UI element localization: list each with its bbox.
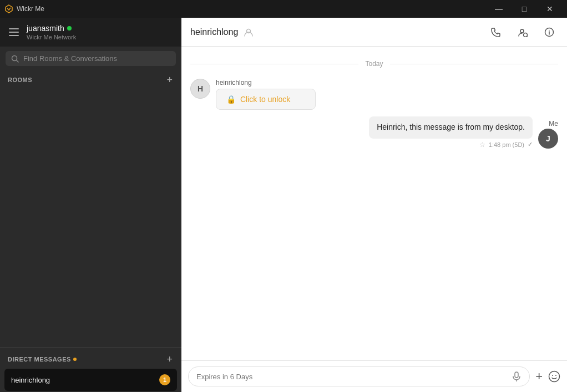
maximize-button[interactable]: □ bbox=[512, 0, 537, 18]
message-bubble-me: Heinrich, this message is from my deskto… bbox=[369, 116, 533, 139]
check-icon: ✓ bbox=[528, 141, 533, 148]
dm-item-name: heinrichlong bbox=[11, 376, 50, 384]
sidebar-header: juanasmith Wickr Me Network bbox=[0, 18, 181, 47]
divider-line-left bbox=[190, 64, 358, 64]
sender-avatar-h: H bbox=[190, 79, 210, 99]
lock-icon: 🔒 bbox=[226, 95, 236, 104]
hamburger-line-3 bbox=[9, 35, 19, 36]
user-status-icon bbox=[244, 27, 254, 37]
message-content-me: Heinrich, this message is from my deskto… bbox=[369, 116, 533, 149]
online-status-dot bbox=[67, 26, 72, 30]
star-icon: ☆ bbox=[479, 141, 485, 149]
network-name: Wickr Me Network bbox=[27, 34, 174, 40]
username-text: juanasmith bbox=[27, 24, 64, 33]
add-room-button[interactable]: + bbox=[165, 75, 174, 85]
chat-messages: Today H heinrichlong 🔒 Click to unlock bbox=[181, 47, 567, 360]
dm-section: DIRECT MESSAGES + heinrichlong 1 bbox=[0, 347, 181, 392]
user-info: juanasmith Wickr Me Network bbox=[27, 24, 174, 40]
message-content-locked: heinrichlong 🔒 Click to unlock bbox=[216, 79, 316, 110]
dm-unread-badge: 1 bbox=[159, 374, 170, 385]
message-row-me: Me J Heinrich, this message is from my d… bbox=[190, 116, 558, 149]
add-dm-button[interactable]: + bbox=[165, 354, 174, 364]
window-controls: — □ ✕ bbox=[486, 0, 563, 18]
search-input[interactable] bbox=[23, 54, 170, 63]
emoji-icon bbox=[548, 370, 560, 383]
main-layout: juanasmith Wickr Me Network ROOMS + bbox=[0, 18, 567, 392]
add-attachment-button[interactable]: + bbox=[535, 369, 543, 384]
message-input[interactable] bbox=[196, 373, 512, 381]
chat-input-area: + bbox=[181, 360, 567, 392]
dm-label: DIRECT MESSAGES bbox=[8, 356, 71, 363]
rooms-section-header: ROOMS + bbox=[0, 70, 181, 88]
info-button[interactable] bbox=[540, 23, 558, 41]
chat-area: heinrichlong bbox=[181, 18, 567, 392]
info-icon bbox=[544, 27, 554, 37]
app-icon bbox=[4, 4, 13, 13]
hamburger-line-1 bbox=[9, 28, 19, 29]
date-divider-text: Today bbox=[365, 60, 383, 68]
hamburger-line-2 bbox=[9, 32, 19, 33]
me-label: Me bbox=[549, 120, 558, 128]
chat-header-left: heinrichlong bbox=[190, 27, 254, 37]
titlebar: Wickr Me — □ ✕ bbox=[0, 0, 567, 18]
hamburger-button[interactable] bbox=[8, 27, 20, 37]
microphone-icon bbox=[512, 371, 522, 381]
chat-header-actions bbox=[487, 23, 558, 41]
search-icon bbox=[11, 55, 19, 63]
svg-point-11 bbox=[549, 371, 560, 382]
username: juanasmith bbox=[27, 24, 174, 33]
call-button[interactable] bbox=[487, 23, 505, 41]
svg-point-3 bbox=[520, 29, 524, 33]
svg-line-1 bbox=[17, 60, 19, 62]
rooms-section: ROOMS + bbox=[0, 70, 181, 347]
svg-point-12 bbox=[552, 375, 553, 376]
unlock-text: Click to unlock bbox=[240, 95, 290, 104]
svg-point-13 bbox=[555, 375, 556, 376]
locked-message-bubble[interactable]: 🔒 Click to unlock bbox=[216, 89, 316, 110]
emoji-button[interactable] bbox=[548, 370, 560, 383]
chat-username: heinrichlong bbox=[190, 27, 238, 37]
svg-line-5 bbox=[527, 36, 528, 37]
chat-header: heinrichlong bbox=[181, 18, 567, 47]
sender-avatar-me: J bbox=[538, 129, 558, 149]
titlebar-left: Wickr Me bbox=[4, 4, 44, 13]
rooms-label: ROOMS bbox=[8, 77, 32, 83]
minimize-button[interactable]: — bbox=[486, 0, 512, 18]
sidebar: juanasmith Wickr Me Network ROOMS + bbox=[0, 18, 181, 392]
close-button[interactable]: ✕ bbox=[537, 0, 563, 18]
dm-section-header: DIRECT MESSAGES + bbox=[0, 350, 181, 368]
dm-item-heinrichlong[interactable]: heinrichlong 1 bbox=[4, 369, 177, 391]
message-input-wrap bbox=[188, 366, 530, 386]
date-divider: Today bbox=[190, 60, 558, 68]
phone-icon bbox=[491, 27, 501, 37]
microphone-button[interactable] bbox=[512, 371, 522, 381]
search-user-button[interactable] bbox=[514, 23, 531, 41]
dm-title-wrap: DIRECT MESSAGES bbox=[8, 356, 77, 363]
search-user-icon bbox=[518, 27, 528, 37]
dm-notification-dot bbox=[73, 358, 77, 361]
svg-rect-9 bbox=[515, 372, 518, 378]
message-time: 1:48 pm (5D) bbox=[489, 141, 524, 148]
svg-point-8 bbox=[549, 29, 550, 30]
message-meta: ☆ 1:48 pm (5D) ✓ bbox=[479, 141, 533, 149]
search-bar bbox=[6, 51, 176, 66]
divider-line-right bbox=[390, 64, 558, 64]
app-title: Wickr Me bbox=[17, 5, 44, 13]
message-row-locked: H heinrichlong 🔒 Click to unlock bbox=[190, 79, 558, 110]
message-sender: heinrichlong bbox=[216, 79, 316, 86]
